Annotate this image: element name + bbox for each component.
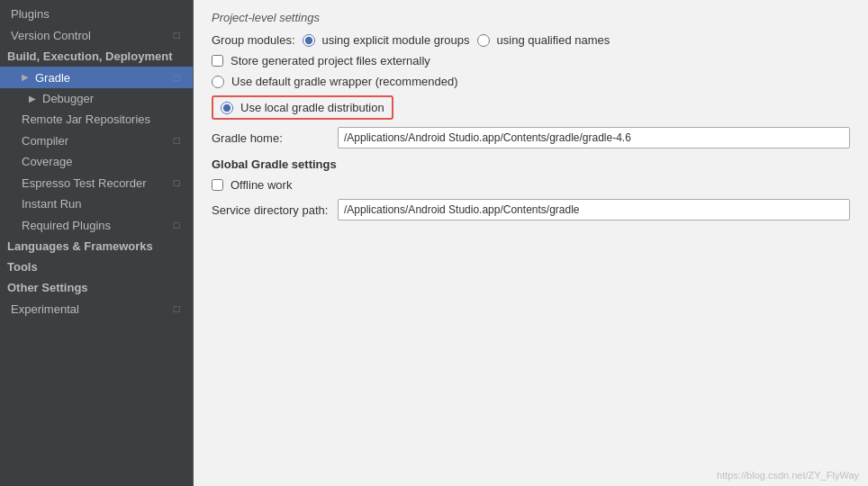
- main-content: Project-level settings Group modules: us…: [194, 0, 868, 486]
- sidebar-item-build-execution[interactable]: Build, Execution, Deployment: [0, 46, 193, 67]
- copy-icon: □: [169, 28, 184, 42]
- service-dir-row: Service directory path:: [212, 199, 850, 220]
- local-gradle-highlighted: Use local gradle distribution: [212, 95, 393, 120]
- sidebar-item-coverage[interactable]: Coverage: [0, 151, 193, 172]
- expand-arrow-icon: ▶: [22, 72, 32, 83]
- sidebar-item-label: Debugger: [42, 92, 94, 105]
- global-gradle-settings-title: Global Gradle settings: [212, 158, 850, 171]
- sidebar-item-label: Compiler: [22, 134, 169, 148]
- sidebar-item-label: Espresso Test Recorder: [22, 176, 169, 190]
- option-explicit-label[interactable]: using explicit module groups: [322, 33, 470, 47]
- section-title: Project-level settings: [212, 11, 850, 24]
- sidebar-item-compiler[interactable]: Compiler □: [0, 130, 193, 151]
- store-generated-row: Store generated project files externally: [212, 54, 850, 68]
- gradle-home-row: Gradle home:: [212, 127, 850, 148]
- gradle-home-input[interactable]: [338, 127, 850, 148]
- sidebar-item-instant-run[interactable]: Instant Run: [0, 194, 193, 214]
- sidebar-item-languages[interactable]: Languages & Frameworks: [0, 236, 193, 256]
- sidebar-item-label: Languages & Frameworks: [7, 239, 153, 253]
- sidebar-item-label: Experimental: [11, 302, 169, 316]
- sidebar-item-label: Instant Run: [22, 197, 82, 211]
- store-generated-label[interactable]: Store generated project files externally: [231, 54, 430, 68]
- radio-default-wrapper[interactable]: [212, 76, 224, 88]
- copy-icon: □: [169, 176, 184, 190]
- group-modules-label: Group modules:: [212, 33, 295, 47]
- gradle-home-label: Gradle home:: [212, 131, 329, 145]
- offline-work-label[interactable]: Offline work: [231, 178, 292, 192]
- default-wrapper-label[interactable]: Use default gradle wrapper (recommended): [231, 75, 457, 88]
- service-dir-input[interactable]: [338, 199, 850, 220]
- radio-local-gradle[interactable]: [221, 102, 233, 114]
- sidebar-item-label: Other Settings: [7, 281, 88, 294]
- checkbox-offline-work[interactable]: [212, 179, 223, 191]
- sidebar-item-label: Plugins: [11, 7, 50, 21]
- sidebar-item-label: Tools: [7, 260, 38, 274]
- sidebar-item-label: Gradle: [35, 71, 169, 85]
- sidebar-item-version-control[interactable]: Version Control □: [0, 24, 193, 46]
- local-gradle-label[interactable]: Use local gradle distribution: [240, 101, 384, 114]
- sidebar-item-tools[interactable]: Tools: [0, 256, 193, 277]
- sidebar-item-gradle[interactable]: ▶ Gradle □: [0, 67, 193, 88]
- sidebar-item-label: Version Control: [11, 29, 169, 42]
- service-dir-label: Service directory path:: [212, 203, 329, 217]
- copy-icon: □: [169, 218, 184, 232]
- copy-icon: □: [169, 133, 184, 148]
- sidebar-item-label: Coverage: [22, 155, 72, 168]
- checkbox-store-generated[interactable]: [212, 55, 223, 67]
- sidebar-item-espresso[interactable]: Espresso Test Recorder □: [0, 172, 193, 194]
- sidebar-item-debugger[interactable]: ▶ Debugger: [0, 88, 193, 109]
- sidebar-item-label: Required Plugins: [22, 219, 169, 232]
- default-wrapper-row: Use default gradle wrapper (recommended): [212, 75, 850, 88]
- sidebar-item-other-settings[interactable]: Other Settings: [0, 277, 193, 298]
- offline-work-row: Offline work: [212, 178, 850, 192]
- sidebar-item-label: Build, Execution, Deployment: [7, 50, 172, 63]
- copy-icon: □: [169, 70, 184, 85]
- sidebar: Plugins Version Control □ Build, Executi…: [0, 0, 194, 486]
- radio-explicit-module[interactable]: [303, 34, 315, 47]
- sidebar-item-label: Remote Jar Repositories: [22, 112, 150, 126]
- sidebar-item-experimental[interactable]: Experimental □: [0, 298, 193, 320]
- expand-arrow-icon: ▶: [29, 94, 40, 104]
- radio-qualified-names[interactable]: [477, 34, 490, 47]
- option-qualified-label[interactable]: using qualified names: [497, 33, 610, 47]
- copy-icon: □: [169, 302, 184, 316]
- group-modules-row: Group modules: using explicit module gro…: [212, 33, 850, 47]
- sidebar-item-required-plugins[interactable]: Required Plugins □: [0, 214, 193, 236]
- watermark: https://blog.csdn.net/ZY_FlyWay: [717, 470, 859, 481]
- sidebar-item-remote-jar[interactable]: Remote Jar Repositories: [0, 109, 193, 130]
- sidebar-item-plugins[interactable]: Plugins: [0, 4, 193, 24]
